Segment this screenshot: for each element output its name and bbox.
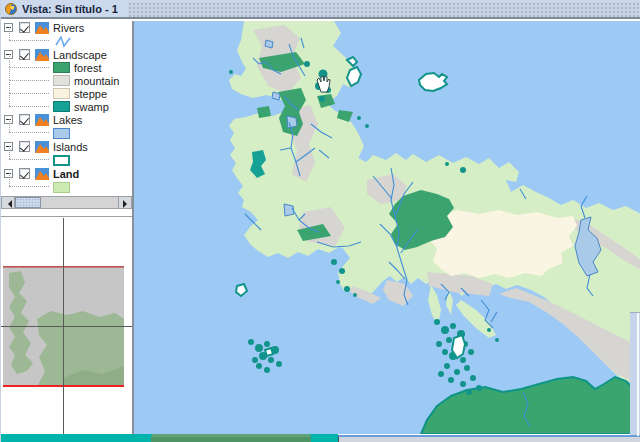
legend-row-islands [1, 153, 132, 167]
tree-guide [9, 119, 10, 132]
scrollbar-thumb[interactable] [15, 197, 41, 208]
tree-guide [9, 27, 10, 40]
tree-guide [9, 93, 10, 106]
layer-icon [35, 168, 49, 180]
legend-label: forest [74, 62, 102, 74]
scrollbar-track[interactable] [41, 197, 118, 208]
layer-checkbox[interactable] [19, 141, 30, 152]
legend-row-forest: forest [1, 61, 132, 74]
background-window-edge-right [630, 312, 640, 435]
swamp-swatch [53, 101, 70, 112]
vista-window: Vista: Sin título - 1 Rivers [0, 0, 640, 442]
toc-panel: Rivers Landscape for [1, 21, 134, 434]
tree-guide [9, 67, 10, 80]
land-swatch [53, 182, 70, 193]
layer-row-land[interactable]: Land [1, 167, 132, 180]
layer-checkbox[interactable] [19, 114, 30, 125]
bottom-border-green-segment [151, 434, 311, 442]
layer-row-landscape[interactable]: Landscape [1, 48, 132, 61]
legend-label: swamp [74, 101, 109, 113]
titlebar-texture [128, 2, 639, 17]
legend-row-steppe: steppe [1, 87, 132, 100]
mountain-swatch [53, 75, 70, 86]
layer-icon [35, 141, 49, 153]
toc-horizontal-scrollbar[interactable] [1, 196, 132, 209]
lakes-swatch [53, 128, 70, 139]
tree-guide [9, 80, 10, 93]
legend-label: steppe [74, 88, 107, 100]
islands-swatch [53, 155, 70, 166]
layer-label: Rivers [53, 22, 84, 34]
river-line-symbol [55, 35, 73, 48]
gvsig-sphere-icon [5, 3, 17, 15]
layer-label: Lakes [53, 114, 82, 126]
layer-label: Land [53, 168, 79, 180]
legend-row-lakes [1, 126, 132, 140]
layer-icon [35, 49, 49, 61]
layer-row-rivers[interactable]: Rivers [1, 21, 132, 34]
layer-checkbox[interactable] [19, 168, 30, 179]
window-titlebar[interactable]: Vista: Sin título - 1 [1, 0, 640, 19]
map-canvas[interactable] [134, 21, 640, 434]
layer-icon [35, 22, 49, 34]
background-window-edge-bottom [338, 435, 640, 442]
window-title: Vista: Sin título - 1 [22, 3, 128, 15]
window-bottom-border [1, 434, 338, 442]
layer-checkbox[interactable] [19, 49, 30, 60]
steppe-swatch [53, 88, 70, 99]
layer-tree: Rivers Landscape for [1, 21, 132, 196]
layer-icon [35, 114, 49, 126]
forest-swatch [53, 62, 70, 73]
legend-row-land [1, 180, 132, 194]
legend-row-swamp: swamp [1, 100, 132, 113]
layer-row-islands[interactable]: Islands [1, 140, 132, 153]
legend-row-mountain: mountain [1, 74, 132, 87]
tree-guide [9, 146, 10, 159]
layer-label: Landscape [53, 49, 107, 61]
tree-guide [9, 54, 10, 67]
symbol-row-rivers [1, 34, 132, 48]
scroll-left-arrow[interactable] [2, 197, 15, 208]
legend-label: mountain [74, 75, 119, 87]
layer-label: Islands [53, 141, 88, 153]
overview-locator-panel[interactable] [1, 216, 132, 434]
layer-row-lakes[interactable]: Lakes [1, 113, 132, 126]
scroll-right-arrow[interactable] [118, 197, 131, 208]
overview-crosshair-horizontal [1, 326, 132, 327]
layer-checkbox[interactable] [19, 22, 30, 33]
tree-guide [9, 173, 10, 186]
